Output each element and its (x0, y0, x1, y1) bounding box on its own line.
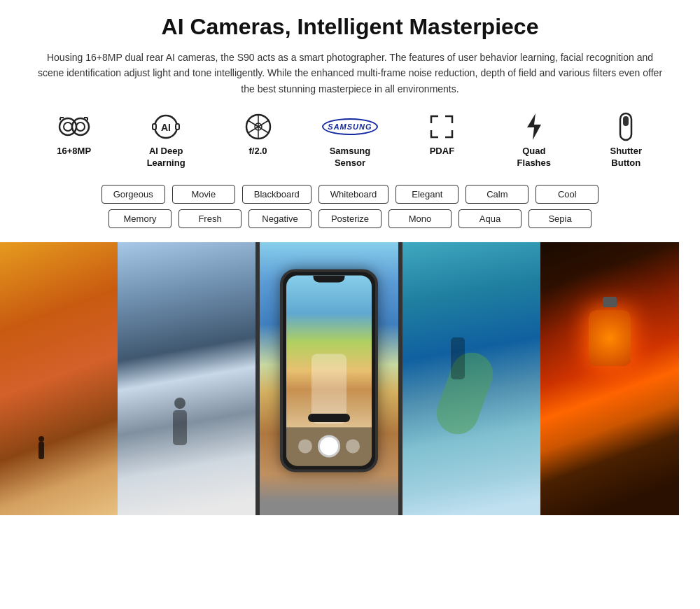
svg-marker-17 (527, 113, 541, 140)
feature-quad-flash: QuadFlashes (492, 112, 576, 169)
filter-gorgeous: Gorgeous (102, 185, 165, 204)
feature-samsung: SAMSUNG SamsungSensor (308, 112, 392, 169)
ai-icon: AI (152, 112, 180, 141)
feature-ai: AI AI DeepLearning (124, 112, 208, 169)
svg-point-3 (76, 122, 85, 131)
image-underwater (402, 242, 541, 515)
filter-blackboard: Blackboard (242, 185, 312, 204)
aperture-icon (244, 112, 272, 141)
svg-rect-11 (176, 124, 179, 130)
image-phone-camera (255, 242, 402, 515)
filter-row-2: Memory Fresh Negative Posterize Mono Aqu… (28, 209, 672, 228)
samsung-icon: SAMSUNG (322, 112, 377, 141)
aperture-label: f/2.0 (249, 146, 267, 158)
filters-section: Gorgeous Movie Blackboard Whiteboard Ele… (21, 185, 679, 228)
features-row: 16+8MP AI AI DeepLearning (21, 112, 679, 169)
image-snow-hiker (118, 242, 256, 515)
filter-elegant: Elegant (396, 185, 458, 204)
ai-label: AI DeepLearning (147, 146, 186, 169)
pdaf-icon (427, 112, 456, 141)
pdaf-label: PDAF (430, 146, 454, 158)
filter-row-1: Gorgeous Movie Blackboard Whiteboard Ele… (28, 185, 672, 204)
filter-cool: Cool (536, 185, 598, 204)
camera-mp-label: 16+8MP (57, 146, 91, 158)
filter-posterize: Posterize (318, 209, 382, 228)
samsung-label: SamsungSensor (330, 146, 371, 169)
filter-sepia: Sepia (528, 209, 592, 228)
svg-rect-19 (623, 116, 629, 126)
filter-calm: Calm (465, 185, 528, 204)
feature-pdaf: PDAF (400, 112, 484, 158)
images-row (0, 242, 679, 515)
filter-mono: Mono (388, 209, 451, 228)
feature-shutter: ShutterButton (584, 112, 668, 169)
filter-fresh: Fresh (178, 209, 241, 228)
filter-whiteboard: Whiteboard (318, 185, 388, 204)
quad-flash-label: QuadFlashes (517, 146, 551, 169)
filter-negative: Negative (248, 209, 312, 228)
shutter-icon (617, 112, 634, 141)
filter-memory: Memory (108, 209, 172, 228)
feature-camera-mp: 16+8MP (32, 112, 116, 158)
quad-flash-icon (522, 112, 547, 141)
feature-aperture: f/2.0 (216, 112, 300, 158)
filter-movie: Movie (172, 185, 235, 204)
image-desert-sunset (0, 242, 118, 515)
filter-aqua: Aqua (458, 209, 522, 228)
page-title: AI Cameras, Intelligent Masterpiece (21, 14, 679, 40)
image-lantern (540, 242, 679, 515)
camera-mp-icon (57, 112, 92, 141)
svg-point-2 (72, 118, 89, 135)
page-description: Housing 16+8MP dual rear AI cameras, the… (35, 50, 665, 97)
shutter-label: ShutterButton (610, 146, 642, 169)
svg-text:AI: AI (161, 122, 171, 133)
svg-point-1 (64, 122, 72, 131)
svg-rect-10 (153, 124, 156, 130)
